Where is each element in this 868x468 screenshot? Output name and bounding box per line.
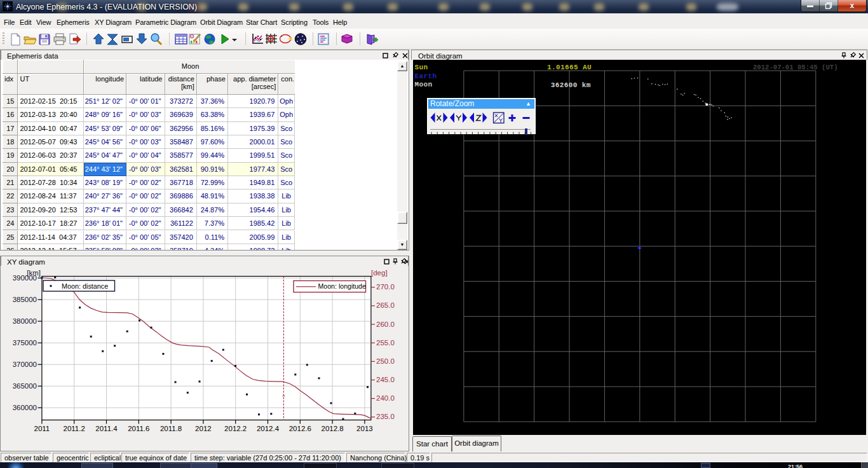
svg-text:245.0: 245.0 [376, 376, 395, 383]
svg-text:[km]: [km] [27, 269, 41, 277]
svg-text:2011.4: 2011.4 [95, 425, 118, 432]
svg-text:2012: 2012 [195, 425, 212, 432]
svg-text:Moon: distance: Moon: distance [62, 282, 108, 290]
svg-text:Earth: Earth [414, 72, 437, 80]
svg-text:250.0: 250.0 [376, 357, 395, 365]
svg-text:260.0: 260.0 [376, 320, 395, 328]
svg-text:2013: 2013 [356, 425, 373, 432]
svg-text:Sun: Sun [414, 64, 428, 71]
svg-text:2012.8: 2012.8 [322, 425, 344, 432]
svg-text:2012.6: 2012.6 [289, 425, 311, 432]
svg-text:2011.6: 2011.6 [128, 425, 149, 432]
svg-text:2011.2: 2011.2 [64, 425, 85, 432]
svg-text:2012-07-01 05:45 (UT): 2012-07-01 05:45 (UT) [753, 64, 838, 71]
svg-text:270.0: 270.0 [376, 283, 395, 291]
svg-text:[deg]: [deg] [371, 269, 388, 277]
svg-text:2011: 2011 [34, 425, 50, 432]
svg-text:240.0: 240.0 [376, 394, 395, 402]
svg-text:2012.2: 2012.2 [224, 425, 247, 432]
svg-text:360000: 360000 [13, 404, 37, 411]
svg-text:Moon: Moon [414, 81, 432, 88]
svg-text:Moon: longitude: Moon: longitude [318, 282, 366, 290]
svg-text:235.0: 235.0 [376, 413, 395, 420]
svg-text:365000: 365000 [13, 382, 37, 390]
svg-text:375000: 375000 [13, 339, 37, 347]
svg-text:1.01665 AU: 1.01665 AU [547, 64, 592, 71]
svg-text:385000: 385000 [13, 296, 37, 303]
svg-text:370000: 370000 [13, 361, 37, 368]
svg-text:265.0: 265.0 [376, 301, 395, 309]
svg-text:255.0: 255.0 [376, 339, 395, 347]
svg-text:2011.8: 2011.8 [160, 425, 182, 432]
svg-text:362600 km: 362600 km [551, 81, 591, 89]
svg-text:380000: 380000 [13, 317, 37, 325]
svg-text:2012.4: 2012.4 [257, 425, 280, 432]
